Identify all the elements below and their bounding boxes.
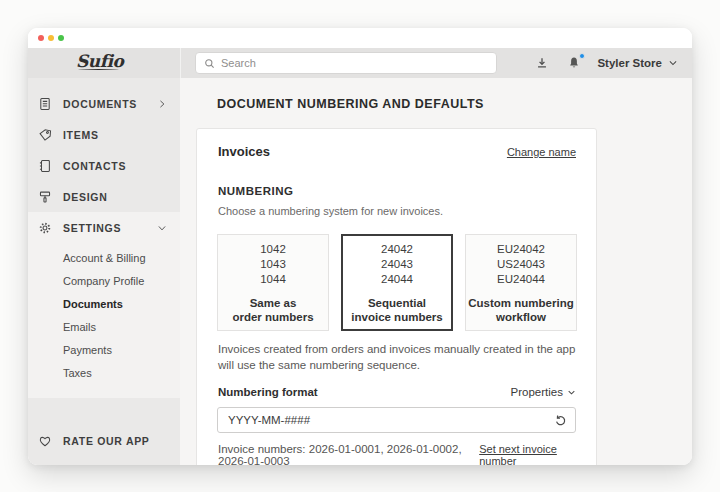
app-window: Sufio Styler Store [28, 28, 692, 465]
sidebar-subitem-account-billing[interactable]: Account & Billing [28, 246, 180, 269]
sidebar-subitem-payments[interactable]: Payments [28, 338, 180, 361]
document-icon [37, 96, 52, 111]
undo-reset-icon [554, 414, 567, 427]
chevron-right-icon [156, 98, 168, 110]
option-label: Sequential invoice numbers [351, 296, 442, 324]
header-divider [180, 48, 181, 78]
main-content: DOCUMENT NUMBERING AND DEFAULTS Invoices… [180, 78, 692, 465]
minimize-window-button[interactable] [48, 35, 54, 41]
sidebar: DOCUMENTS ITEMS CONTACTS [28, 78, 180, 465]
properties-dropdown[interactable]: Properties [511, 386, 576, 398]
notification-dot [579, 53, 585, 59]
numbering-format-input[interactable] [217, 407, 576, 433]
chevron-down-icon [567, 388, 576, 397]
option-example-numbers: EU24042 US24043 EU24044 [497, 242, 545, 287]
option-example-numbers: 24042 24043 24044 [381, 242, 413, 287]
change-name-link[interactable]: Change name [507, 146, 576, 158]
search-icon [204, 58, 215, 69]
close-window-button[interactable] [38, 35, 44, 41]
numbering-format-label: Numbering format [218, 386, 318, 398]
download-icon [535, 56, 549, 70]
numbering-section-heading: NUMBERING [218, 185, 293, 197]
sidebar-item-design[interactable]: DESIGN [28, 181, 180, 212]
numbering-options: 1042 1043 1044 Same as order numbers 240… [217, 234, 577, 331]
heart-icon [37, 434, 52, 449]
sidebar-item-settings[interactable]: SETTINGS [28, 212, 180, 243]
maximize-window-button[interactable] [58, 35, 64, 41]
option-example-numbers: 1042 1043 1044 [260, 242, 286, 287]
option-label: Custom numbering workflow [468, 296, 573, 324]
sidebar-item-contacts[interactable]: CONTACTS [28, 150, 180, 181]
account-name: Styler Store [597, 57, 662, 69]
sidebar-item-label: DESIGN [63, 191, 168, 203]
rate-our-app-button[interactable]: RATE OUR APP [28, 430, 180, 452]
option-custom-numbering-workflow[interactable]: EU24042 US24043 EU24044 Custom numbering… [465, 234, 577, 331]
account-menu[interactable]: Styler Store [597, 57, 678, 69]
contacts-book-icon [37, 158, 52, 173]
gear-icon [37, 220, 52, 235]
page-title: DOCUMENT NUMBERING AND DEFAULTS [217, 97, 484, 111]
sidebar-subitem-taxes[interactable]: Taxes [28, 361, 180, 384]
sidebar-subitem-documents[interactable]: Documents [28, 292, 180, 315]
option-label: Same as order numbers [232, 296, 313, 324]
search-box[interactable] [195, 52, 497, 74]
sidebar-subitem-emails[interactable]: Emails [28, 315, 180, 338]
sidebar-item-label: ITEMS [63, 129, 168, 141]
sidebar-item-documents[interactable]: DOCUMENTS [28, 88, 180, 119]
search-input[interactable] [221, 57, 488, 69]
numbering-section-description: Choose a numbering system for new invoic… [218, 205, 443, 217]
export-download-button[interactable] [533, 54, 551, 72]
notifications-button[interactable] [565, 54, 583, 72]
option-sequential-invoice-numbers[interactable]: 24042 24043 24044 Sequential invoice num… [341, 234, 453, 331]
numbering-note: Invoices created from orders and invoice… [218, 341, 575, 373]
tag-icon [37, 127, 52, 142]
chevron-down-icon [156, 222, 168, 234]
rate-our-app-label: RATE OUR APP [63, 435, 180, 447]
app-logo: Sufio [76, 51, 123, 71]
app-header: Sufio Styler Store [28, 48, 692, 78]
settings-group: SETTINGS Account & Billing Company Profi… [28, 212, 180, 398]
sidebar-item-label: DOCUMENTS [63, 98, 156, 110]
sidebar-subitem-company-profile[interactable]: Company Profile [28, 269, 180, 292]
chevron-down-icon [668, 58, 678, 68]
sidebar-item-label: SETTINGS [63, 222, 156, 234]
set-next-invoice-number-link[interactable]: Set next invoice number [479, 443, 576, 465]
card-title: Invoices [218, 144, 270, 159]
paint-roller-icon [37, 189, 52, 204]
sidebar-item-items[interactable]: ITEMS [28, 119, 180, 150]
window-titlebar [28, 28, 692, 48]
invoice-numbers-preview: Invoice numbers: 2026-01-0001, 2026-01-0… [218, 443, 479, 465]
reset-format-button[interactable] [552, 412, 568, 428]
invoices-settings-card: Invoices Change name NUMBERING Choose a … [196, 128, 597, 465]
sidebar-item-label: CONTACTS [63, 160, 168, 172]
option-same-as-order-numbers[interactable]: 1042 1043 1044 Same as order numbers [217, 234, 329, 331]
